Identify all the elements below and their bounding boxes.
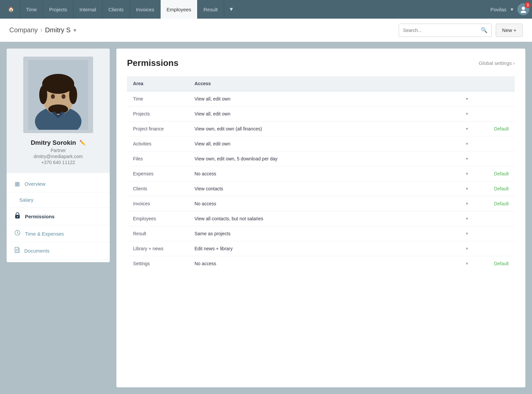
- sidebar-label-documents: Documents: [24, 248, 50, 254]
- perm-dropdown-arrow-0[interactable]: ▼: [465, 97, 469, 101]
- global-settings-link[interactable]: Global settings ›: [479, 60, 515, 66]
- svg-rect-9: [42, 83, 74, 89]
- default-badge-5: Default: [494, 171, 509, 176]
- perm-default-5: Default: [475, 166, 515, 181]
- svg-line-18: [18, 233, 19, 234]
- nav-projects[interactable]: Projects: [43, 0, 73, 19]
- col-header-area: Area: [127, 76, 189, 91]
- breadcrumb-company[interactable]: Company: [9, 26, 38, 34]
- svg-point-1: [521, 11, 526, 13]
- nav-more-dropdown[interactable]: ▼: [224, 0, 239, 19]
- perm-access-value-6: View contacts: [195, 186, 223, 191]
- perm-area-5: Expenses: [127, 166, 189, 181]
- default-badge-7: Default: [494, 201, 509, 206]
- table-row: Activities View all, edit own ▼: [127, 136, 515, 151]
- lock-icon: [15, 212, 20, 220]
- perm-default-2: Default: [475, 121, 515, 136]
- svg-rect-19: [15, 247, 18, 253]
- permissions-content: Permissions Global settings › Area Acces…: [116, 49, 525, 387]
- table-row: Projects View all, edit own ▼: [127, 106, 515, 121]
- table-row: Files View own, edit own, 5 download per…: [127, 151, 515, 166]
- perm-access-value-0: View all, edit own: [195, 96, 230, 101]
- global-settings-arrow-icon: ›: [513, 60, 515, 66]
- sidebar-item-time-expenses[interactable]: Time & Expenses: [7, 225, 110, 242]
- user-name[interactable]: Povilas: [490, 7, 506, 12]
- perm-access-5[interactable]: No access ▼: [189, 166, 475, 181]
- perm-access-8[interactable]: View all contacts, but not salaries ▼: [189, 211, 475, 226]
- perm-access-1[interactable]: View all, edit own ▼: [189, 106, 475, 121]
- search-icon: 🔍: [481, 27, 487, 33]
- profile-avatar: [23, 57, 93, 133]
- nav-home[interactable]: 🏠: [3, 0, 20, 19]
- perm-dropdown-arrow-11[interactable]: ▼: [465, 262, 469, 266]
- breadcrumb-dropdown-icon[interactable]: ▼: [72, 28, 77, 33]
- perm-default-1: [475, 106, 515, 121]
- perm-dropdown-arrow-2[interactable]: ▼: [465, 127, 469, 131]
- perm-access-10[interactable]: Edit news + library ▼: [189, 241, 475, 256]
- perm-access-9[interactable]: Same as projects ▼: [189, 226, 475, 241]
- table-row: Time View all, edit own ▼: [127, 91, 515, 106]
- search-input[interactable]: [403, 28, 481, 33]
- perm-area-8: Employees: [127, 211, 189, 226]
- sidebar-item-documents[interactable]: Documents: [7, 242, 110, 260]
- perm-dropdown-arrow-3[interactable]: ▼: [465, 142, 469, 146]
- sidebar-item-salary[interactable]: Salary: [7, 192, 110, 208]
- main-content: Dmitry Sorokin ✏️ Partner dmitry@mediapa…: [0, 42, 532, 394]
- table-row: Result Same as projects ▼: [127, 226, 515, 241]
- perm-default-4: [475, 151, 515, 166]
- nav-time[interactable]: Time: [20, 0, 43, 19]
- breadcrumb-employee-name[interactable]: Dmitry S ▼: [45, 26, 77, 34]
- edit-profile-icon[interactable]: ✏️: [79, 140, 86, 146]
- default-badge-11: Default: [494, 261, 509, 266]
- perm-dropdown-arrow-4[interactable]: ▼: [465, 157, 469, 161]
- breadcrumb: Company › Dmitry S ▼: [9, 26, 77, 34]
- new-button[interactable]: New +: [496, 24, 523, 37]
- perm-area-3: Activities: [127, 136, 189, 151]
- perm-dropdown-arrow-6[interactable]: ▼: [465, 187, 469, 191]
- perm-access-value-1: View all, edit own: [195, 111, 230, 116]
- perm-dropdown-arrow-1[interactable]: ▼: [465, 112, 469, 116]
- perm-access-3[interactable]: View all, edit own ▼: [189, 136, 475, 151]
- perm-dropdown-arrow-9[interactable]: ▼: [465, 232, 469, 236]
- perm-default-0: [475, 91, 515, 106]
- nav-employees[interactable]: Employees: [161, 0, 198, 19]
- perm-area-7: Invoices: [127, 196, 189, 211]
- notification-badge: 3: [525, 2, 531, 8]
- perm-dropdown-arrow-7[interactable]: ▼: [465, 202, 469, 206]
- svg-point-0: [522, 7, 525, 10]
- perm-access-7[interactable]: No access ▼: [189, 196, 475, 211]
- nav-result[interactable]: Result: [198, 0, 224, 19]
- perm-dropdown-arrow-10[interactable]: ▼: [465, 247, 469, 251]
- profile-role: Partner: [15, 148, 102, 153]
- nav-invoices[interactable]: Invoices: [130, 0, 161, 19]
- perm-default-7: Default: [475, 196, 515, 211]
- perm-dropdown-arrow-8[interactable]: ▼: [465, 217, 469, 221]
- perm-dropdown-arrow-5[interactable]: ▼: [465, 172, 469, 176]
- perm-default-11: Default: [475, 256, 515, 271]
- svg-point-12: [48, 104, 68, 114]
- perm-default-6: Default: [475, 181, 515, 196]
- search-box: 🔍: [399, 24, 492, 37]
- perm-access-2[interactable]: View own, edit own (all finances) ▼: [189, 121, 475, 136]
- perm-access-6[interactable]: View contacts ▼: [189, 181, 475, 196]
- table-row: Invoices No access ▼ Default: [127, 196, 515, 211]
- sidebar-item-overview[interactable]: ▦ Overview: [7, 176, 110, 192]
- default-badge-6: Default: [494, 186, 509, 191]
- perm-access-value-5: No access: [195, 171, 216, 176]
- col-header-access: Access: [189, 76, 475, 91]
- perm-access-0[interactable]: View all, edit own ▼: [189, 91, 475, 106]
- nav-internal[interactable]: Internal: [73, 0, 102, 19]
- perm-access-value-8: View all contacts, but not salaries: [195, 216, 263, 221]
- perm-access-4[interactable]: View own, edit own, 5 download per day ▼: [189, 151, 475, 166]
- perm-area-10: Library + news: [127, 241, 189, 256]
- perm-access-11[interactable]: No access ▼: [189, 256, 475, 271]
- sidebar-item-permissions[interactable]: Permissions: [7, 208, 110, 225]
- perm-area-6: Clients: [127, 181, 189, 196]
- sidebar-label-time-expenses: Time & Expenses: [25, 231, 64, 237]
- svg-point-10: [51, 94, 55, 99]
- table-row: Library + news Edit news + library ▼: [127, 241, 515, 256]
- sub-header: Company › Dmitry S ▼ 🔍 New +: [0, 19, 532, 42]
- perm-access-value-11: No access: [195, 261, 216, 266]
- nav-clients[interactable]: Clients: [102, 0, 130, 19]
- table-row: Project finance View own, edit own (all …: [127, 121, 515, 136]
